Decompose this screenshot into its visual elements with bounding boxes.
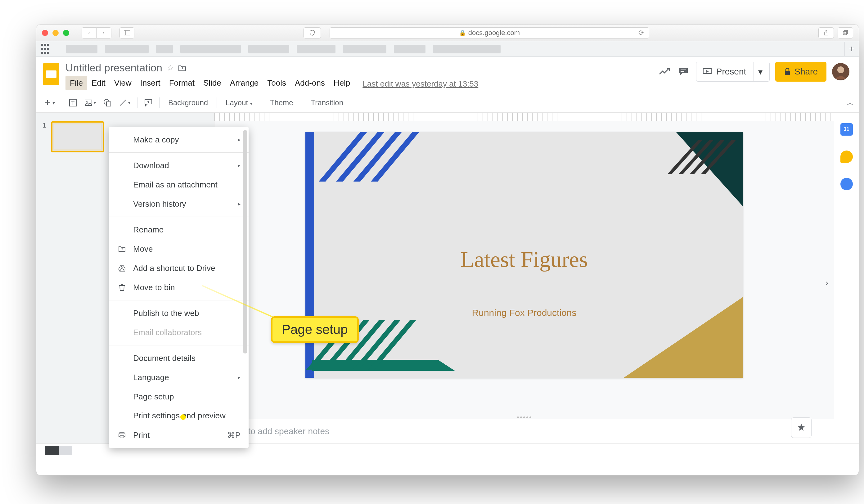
callout-label: Page setup [271,316,359,343]
speaker-notes[interactable]: Click to add speaker notes [214,419,834,443]
menu-add-shortcut[interactable]: Add a shortcut to Drive [109,259,249,278]
minimize-window-icon[interactable] [52,30,59,36]
view-toggle[interactable] [45,446,72,455]
menu-insert[interactable]: Insert [136,76,165,90]
svg-rect-12 [85,100,92,106]
menu-format[interactable]: Format [165,76,199,90]
menu-move-bin[interactable]: Move to bin [109,278,249,297]
new-tab-button[interactable]: + [844,42,859,56]
fullscreen-window-icon[interactable] [63,30,69,36]
menu-download[interactable]: Download▸ [109,156,249,175]
present-label: Present [716,67,746,77]
menu-bar: File Edit View Insert Format Slide Arran… [65,76,478,90]
google-apps-icon[interactable] [39,44,51,55]
svg-point-13 [86,101,87,103]
forward-button[interactable]: › [97,27,111,38]
svg-rect-15 [106,102,111,106]
menu-help[interactable]: Help [329,76,355,90]
menu-arrange[interactable]: Arrange [226,76,263,90]
reload-icon[interactable]: ⟳ [638,29,644,37]
image-icon[interactable]: ▾ [81,97,99,109]
menu-version-history[interactable]: Version history▸ [109,194,249,214]
activity-icon[interactable] [658,65,671,78]
share-label: Share [794,67,818,77]
menu-view[interactable]: View [110,76,136,90]
back-button[interactable]: ‹ [82,27,97,38]
slides-logo-icon[interactable] [42,62,61,87]
menu-print-settings[interactable]: Print settings and preview [109,406,249,425]
menu-page-setup[interactable]: Page setup [109,387,249,406]
last-edit-link[interactable]: Last edit was yesterday at 13:53 [362,79,478,89]
document-title[interactable]: Untitled presentation [65,62,162,74]
tasks-icon[interactable] [840,178,853,190]
present-icon [703,68,712,75]
menu-addons[interactable]: Add-ons [290,76,329,90]
menu-edit[interactable]: Edit [87,76,110,90]
theme-button[interactable]: Theme [265,96,298,110]
svg-rect-19 [120,436,124,438]
svg-rect-4 [844,31,848,34]
move-folder-icon[interactable] [178,64,186,71]
app-header: Untitled presentation ☆ File Edit View I… [36,57,859,90]
url-field[interactable]: 🔒 docs.google.com ⟳ [329,27,649,38]
keep-icon[interactable] [840,151,853,163]
menu-scrollbar[interactable] [243,130,247,353]
menu-file[interactable]: File [65,76,87,90]
slide-subtitle-text[interactable]: Running Fox Productions [305,308,743,318]
drive-shortcut-icon [117,265,127,272]
menu-document-details[interactable]: Document details [109,349,249,368]
star-icon[interactable]: ☆ [167,63,174,73]
browser-window: ‹ › 🔒 docs.google.com ⟳ [36,24,859,476]
blurred-tabs [66,45,501,53]
menu-email-attachment[interactable]: Email as an attachment [109,175,249,194]
slide-canvas[interactable]: Latest Figures Running Fox Productions [305,132,743,378]
new-slide-button[interactable]: ▾ [41,97,58,109]
side-panel-expand-icon[interactable]: › [826,278,828,288]
slide-title-text[interactable]: Latest Figures [305,247,743,273]
file-menu-dropdown: Make a copy▸ Download▸ Email as an attac… [109,127,249,448]
comments-icon[interactable] [676,64,691,79]
sidebar-toggle-button[interactable] [119,27,134,38]
tabs-button[interactable] [838,27,853,38]
account-avatar[interactable] [832,63,849,80]
horizontal-ruler [214,113,834,121]
transition-button[interactable]: Transition [306,96,348,110]
explore-button[interactable] [791,417,812,438]
present-dropdown[interactable]: ▾ [754,62,767,81]
menu-make-copy[interactable]: Make a copy▸ [109,130,249,149]
slide-thumbnail[interactable] [51,121,104,152]
comment-add-icon[interactable] [141,97,155,109]
lock-icon [784,68,791,76]
calendar-icon[interactable] [840,123,853,136]
print-icon [117,432,127,439]
close-window-icon[interactable] [42,30,48,36]
toolbar: ▾ ▾ ▾ Background Layout ▾ Theme Transiti… [36,93,859,113]
share-button[interactable]: Share [775,62,826,82]
mac-titlebar: ‹ › 🔒 docs.google.com ⟳ [36,25,859,41]
print-shortcut: ⌘P [227,430,241,440]
shape-icon[interactable] [100,96,115,109]
menu-language[interactable]: Language▸ [109,368,249,387]
menu-publish-web[interactable]: Publish to the web [109,303,249,323]
svg-point-10 [837,67,844,73]
canvas-scroll[interactable]: Latest Figures Running Fox Productions [214,121,834,419]
layout-button[interactable]: Layout ▾ [221,96,257,110]
background-button[interactable]: Background [163,96,213,110]
svg-rect-5 [681,70,686,70]
textbox-icon[interactable] [66,96,80,109]
tracker-shield-button[interactable] [303,27,321,38]
present-button[interactable]: Present ▾ [696,62,770,82]
svg-rect-0 [124,31,130,35]
trash-icon [117,284,127,291]
menu-slide[interactable]: Slide [199,76,226,90]
svg-rect-6 [681,71,684,72]
window-controls [42,30,69,36]
menu-print[interactable]: Print ⌘P [109,425,249,445]
menu-rename[interactable]: Rename [109,220,249,239]
google-tabstrip: + [36,41,859,57]
share-browser-button[interactable] [818,27,834,38]
collapse-toolbar-icon[interactable]: ︿ [846,97,854,108]
line-icon[interactable]: ▾ [116,96,133,109]
menu-move[interactable]: Move [109,239,249,259]
menu-tools[interactable]: Tools [263,76,290,90]
